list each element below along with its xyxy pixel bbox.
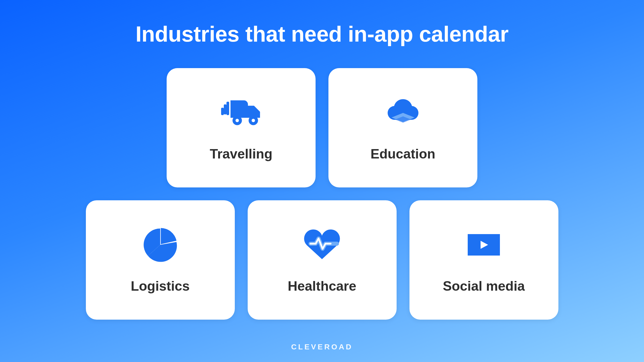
card-label: Logistics <box>131 278 189 294</box>
footer-brand: CLEVEROAD <box>0 343 644 351</box>
heart-pulse-icon <box>301 226 343 264</box>
card-row-bottom: Logistics Healthcare Social media <box>86 200 558 320</box>
card-label: Education <box>371 146 436 162</box>
svg-point-5 <box>235 119 239 122</box>
card-logistics: Logistics <box>86 200 235 320</box>
card-label: Travelling <box>210 146 272 162</box>
video-play-icon <box>462 226 505 264</box>
cloud-cap-icon <box>382 94 425 131</box>
card-row-top: Travelling Education <box>86 68 558 187</box>
truck-icon <box>220 94 263 131</box>
svg-point-6 <box>251 119 255 122</box>
card-social-media: Social media <box>409 200 558 320</box>
card-label: Social media <box>443 278 525 294</box>
svg-rect-2 <box>226 102 229 115</box>
page-title: Industries that need in-app calendar <box>136 21 508 47</box>
card-travelling: Travelling <box>167 68 316 187</box>
card-healthcare: Healthcare <box>248 200 397 320</box>
svg-rect-0 <box>224 104 226 114</box>
card-grid: Travelling Education <box>86 68 558 320</box>
pie-chart-icon <box>139 226 182 264</box>
card-education: Education <box>328 68 477 187</box>
svg-rect-1 <box>221 108 224 115</box>
card-label: Healthcare <box>288 278 356 294</box>
